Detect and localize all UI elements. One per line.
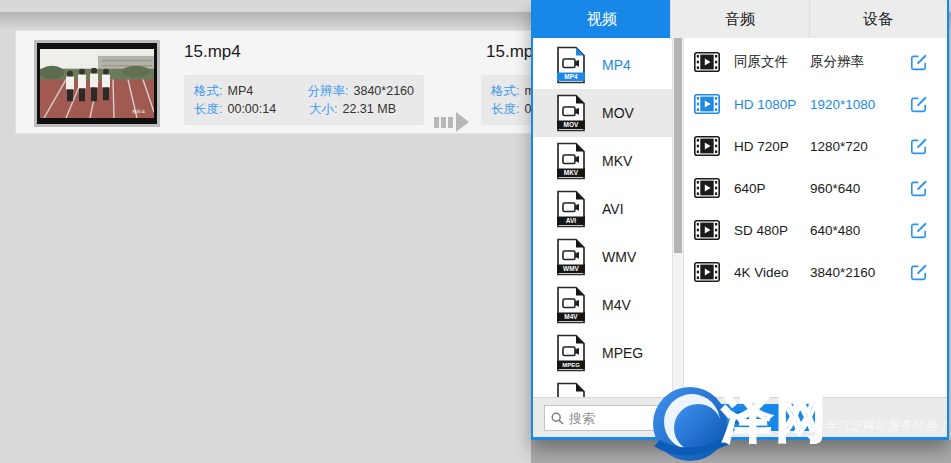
duration-label: 长度: (194, 100, 227, 118)
preset-4k-video[interactable]: 4K Video 3840*2160 (684, 251, 947, 293)
format-list: MP4 MP4 MOV MOV (533, 38, 672, 397)
format-label: MOV (602, 105, 634, 121)
preset-name: HD 1080P (734, 97, 810, 112)
format-label: MP4 (602, 57, 631, 73)
search-icon (551, 412, 564, 425)
output-duration-label: 长度: (491, 100, 524, 118)
file-format-icon: M4V (555, 286, 587, 324)
convert-arrow-icon (434, 111, 480, 133)
size-label: 大小: (309, 100, 342, 118)
svg-text:M4V: M4V (564, 313, 578, 320)
scrollbar-thumb[interactable] (674, 38, 682, 253)
format-item-partial[interactable] (533, 377, 672, 397)
source-filename: 15.mp4 (184, 42, 241, 62)
format-list-scrollbar[interactable] (672, 38, 684, 397)
preset-resolution: 原分辨率 (810, 53, 864, 71)
svg-text:MKV: MKV (564, 169, 579, 176)
preset-name: HD 720P (734, 139, 810, 154)
edit-icon[interactable] (910, 263, 928, 281)
format-item-wmv[interactable]: WMV WMV (533, 233, 672, 281)
size-value: 22.31 MB (342, 100, 396, 118)
file-format-icon: MP4 (555, 46, 587, 84)
tab-audio[interactable]: 音频 (670, 0, 808, 38)
format-item-m4v[interactable]: M4V M4V (533, 281, 672, 329)
popup-bottom-shadow-band (531, 440, 951, 463)
svg-text:MPEG: MPEG (562, 362, 580, 368)
search-input[interactable] (569, 411, 665, 426)
format-label: 格式: (194, 82, 227, 100)
resolution-label: 分辨率: (308, 82, 354, 100)
preset-resolution: 1280*720 (810, 139, 868, 154)
preset-name: 640P (734, 181, 810, 196)
format-label: MPEG (602, 345, 643, 361)
file-format-icon: WMV (555, 238, 587, 276)
svg-text:AVI: AVI (566, 217, 577, 224)
preset-name: SD 480P (734, 223, 810, 238)
film-strip-icon (694, 178, 720, 198)
resolution-value: 3840*2160 (354, 82, 414, 100)
edit-icon[interactable] (910, 179, 928, 197)
film-strip-icon (694, 94, 720, 114)
format-item-mpeg[interactable]: MPEG MPEG (533, 329, 672, 377)
preset-name: 同原文件 (734, 53, 810, 71)
film-strip-icon (694, 52, 720, 72)
file-format-icon: AVI (555, 190, 587, 228)
format-value: MP4 (227, 82, 253, 100)
tab-device[interactable]: 设备 (809, 0, 947, 38)
format-label: WMV (602, 249, 636, 265)
output-format-popup: 视频 音频 设备 MP4 MP4 (531, 0, 949, 440)
confirm-button[interactable]: 确定 (672, 404, 817, 431)
edit-icon[interactable] (910, 137, 928, 155)
file-format-icon: MPEG (555, 334, 587, 372)
preset-resolution: 3840*2160 (810, 265, 875, 280)
duration-value: 00:00:14 (227, 100, 276, 118)
file-format-icon (555, 382, 587, 397)
format-item-mp4[interactable]: MP4 MP4 (533, 41, 672, 89)
film-strip-icon (694, 262, 720, 282)
svg-text:MP4: MP4 (564, 73, 578, 80)
edit-icon[interactable] (910, 95, 928, 113)
video-thumbnail[interactable]: 梅班走 (34, 40, 160, 127)
tab-video[interactable]: 视频 (533, 0, 670, 38)
preset-640p[interactable]: 640P 960*640 (684, 167, 947, 209)
thumbnail-scene-image: 梅班走 (40, 49, 154, 118)
format-label: M4V (602, 297, 631, 313)
format-item-mkv[interactable]: MKV MKV (533, 137, 672, 185)
preset-hd-1080p[interactable]: HD 1080P 1920*1080 (684, 83, 947, 125)
film-strip-icon (694, 220, 720, 240)
preset-hd-720p[interactable]: HD 720P 1280*720 (684, 125, 947, 167)
preset-list: 同原文件 原分辨率 HD 1080P 1920*1080 (684, 38, 947, 397)
output-format-label: 格式: (491, 82, 524, 100)
preset-resolution: 640*480 (810, 223, 860, 238)
source-info-box: 格式:MP4 分辨率:3840*2160 长度:00:00:14 大小:22.3… (184, 75, 424, 125)
file-format-icon: MOV (555, 94, 587, 132)
edit-icon[interactable] (910, 221, 928, 239)
preset-sd-480p[interactable]: SD 480P 640*480 (684, 209, 947, 251)
preset-resolution: 1920*1080 (810, 97, 875, 112)
search-box[interactable] (544, 405, 672, 431)
format-item-avi[interactable]: AVI AVI (533, 185, 672, 233)
format-item-mov[interactable]: MOV MOV (533, 89, 672, 137)
preset-name: 4K Video (734, 265, 810, 280)
svg-text:MOV: MOV (564, 121, 579, 128)
preset-resolution: 960*640 (810, 181, 860, 196)
format-label: MKV (602, 153, 632, 169)
file-format-icon: MKV (555, 142, 587, 180)
preset-same-as-source[interactable]: 同原文件 原分辨率 (684, 41, 947, 83)
edit-icon[interactable] (910, 53, 928, 71)
film-strip-icon (694, 136, 720, 156)
thumbnail-frame: 梅班走 (37, 43, 157, 124)
format-label: AVI (602, 201, 624, 217)
svg-text:WMV: WMV (563, 265, 580, 272)
popup-tabs: 视频 音频 设备 (533, 0, 947, 38)
popup-footer: 确定 (533, 397, 947, 437)
